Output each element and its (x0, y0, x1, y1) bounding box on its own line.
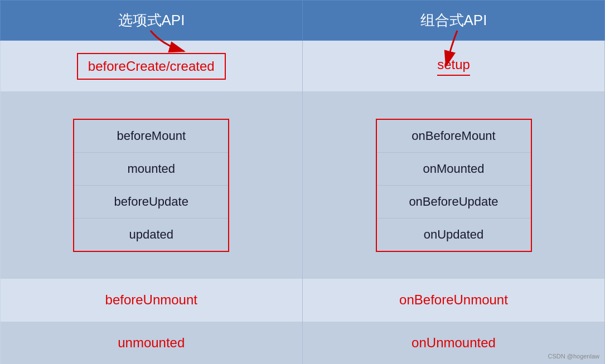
left-lifecycle-cell: beforeMount mounted beforeUpdate updated (1, 91, 303, 279)
on-unmounted-label: onUnmounted (412, 335, 496, 350)
setup-label: setup (437, 57, 470, 72)
before-create-cell: beforeCreate/created (1, 41, 303, 92)
header-row: 选项式API 组合式API (1, 1, 605, 41)
options-api-header: 选项式API (1, 1, 303, 41)
before-unmount-left: beforeUnmount (1, 279, 303, 321)
before-update-item: beforeUpdate (74, 186, 228, 219)
before-unmount-label: beforeUnmount (105, 292, 197, 307)
on-updated-item: onUpdated (377, 219, 531, 251)
row-before-unmount: beforeUnmount onBeforeUnmount (1, 279, 605, 321)
row-create: beforeCreate/created setup (1, 41, 605, 92)
on-mounted-item: onMounted (377, 153, 531, 186)
composition-api-header: 组合式API (303, 1, 605, 41)
updated-item: updated (74, 219, 228, 251)
setup-cell: setup (303, 41, 605, 92)
unmounted-label: unmounted (118, 335, 185, 350)
right-lifecycle-box: onBeforeMount onMounted onBeforeUpdate o… (376, 119, 532, 252)
on-before-unmount-label: onBeforeUnmount (399, 292, 508, 307)
before-unmount-right: onBeforeUnmount (303, 279, 605, 321)
right-lifecycle-cell: onBeforeMount onMounted onBeforeUpdate o… (303, 91, 605, 279)
watermark-text: CSDN @hogenlaw (548, 353, 600, 360)
left-lifecycle-box: beforeMount mounted beforeUpdate updated (73, 119, 229, 252)
on-before-update-item: onBeforeUpdate (377, 186, 531, 219)
unmounted-left: unmounted (1, 322, 303, 364)
row-lifecycle: beforeMount mounted beforeUpdate updated… (1, 91, 605, 279)
before-create-label: beforeCreate/created (88, 59, 215, 74)
main-container: 选项式API 组合式API beforeCreate/created setup (0, 0, 605, 364)
before-mount-item: beforeMount (74, 120, 228, 153)
comparison-table: 选项式API 组合式API beforeCreate/created setup (0, 0, 605, 364)
on-before-mount-item: onBeforeMount (377, 120, 531, 153)
mounted-item: mounted (74, 153, 228, 186)
row-unmounted: unmounted onUnmounted (1, 322, 605, 364)
